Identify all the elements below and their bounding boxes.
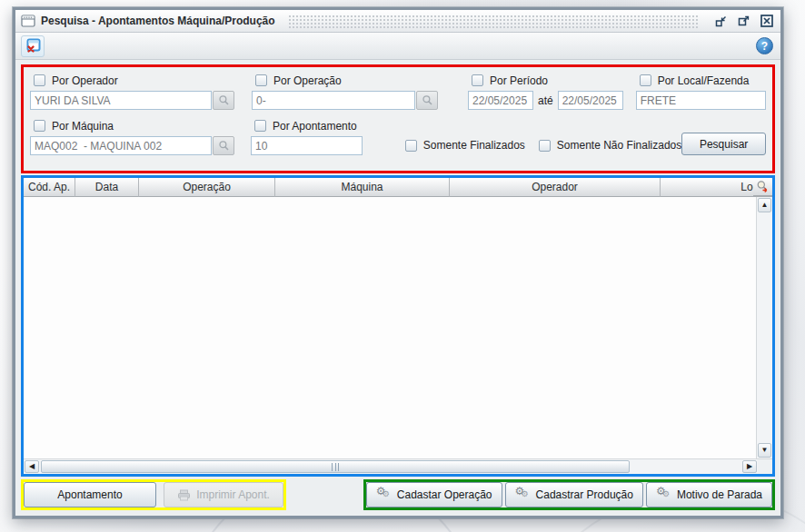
title-bar[interactable]: Pesquisa - Apontamentos Máquina/Produção <box>15 10 780 33</box>
close-window-button[interactable] <box>21 35 45 57</box>
app-window: Pesquisa - Apontamentos Máquina/Produção <box>13 7 783 518</box>
close-window-icon <box>25 37 42 54</box>
por-operacao-checkbox[interactable] <box>255 74 267 86</box>
help-button[interactable]: ? <box>756 37 773 54</box>
gears-icon: ⚙⚙ <box>515 488 531 502</box>
column-header-operacao[interactable]: Operação <box>139 178 275 197</box>
periodo-from-input[interactable] <box>468 91 533 110</box>
toolbar: ? <box>15 33 780 60</box>
por-local-checkbox[interactable] <box>640 74 651 86</box>
scroll-right-icon[interactable]: ▶ <box>742 460 757 473</box>
until-label: até <box>538 94 553 107</box>
results-table: Cód. Ap. Data Operação Máquina Operador … <box>21 175 775 477</box>
record-actions-group: Apontamento Imprimir Apont. <box>21 479 286 510</box>
titlebar-texture <box>288 15 699 28</box>
column-header-data[interactable]: Data <box>75 178 139 197</box>
pesquisar-button[interactable]: Pesquisar <box>681 133 766 155</box>
apontamento-input[interactable] <box>251 136 363 155</box>
imprimir-apontamento-button[interactable]: Imprimir Apont. <box>164 482 283 507</box>
periodo-to-input[interactable] <box>558 91 623 110</box>
por-maquina-checkbox[interactable] <box>34 120 45 132</box>
por-apontamento-label: Por Apontamento <box>273 120 357 133</box>
form-row-2: Por Máquina <box>30 118 766 155</box>
table-body: ▲ ▼ <box>24 197 772 458</box>
por-operacao-label: Por Operação <box>273 74 342 87</box>
scroll-up-icon[interactable]: ▲ <box>758 198 771 212</box>
por-periodo-label: Por Período <box>490 74 548 87</box>
operador-lookup-button[interactable] <box>213 91 234 110</box>
form-row-1: Por Operador <box>30 73 766 110</box>
cadastar-operacao-button[interactable]: ⚙⚙ Cadastar Operação <box>366 482 502 507</box>
local-input[interactable] <box>636 91 766 110</box>
gears-icon: ⚙⚙ <box>656 488 671 502</box>
window-content: Por Operador <box>15 60 780 516</box>
printer-icon <box>177 489 191 501</box>
somente-nao-finalizados-label: Somente Não Finalizados <box>557 139 681 152</box>
vertical-scroll-track[interactable] <box>757 213 772 442</box>
somente-nao-finalizados-checkbox[interactable] <box>539 140 551 152</box>
column-header-cod-ap[interactable]: Cód. Ap. <box>24 178 75 197</box>
horizontal-scrollbar[interactable]: ◀ ▶ <box>24 458 772 474</box>
column-search-button[interactable] <box>753 178 772 196</box>
cadastrar-producao-button[interactable]: ⚙⚙ Cadastrar Produção <box>505 482 643 507</box>
scrollbar-corner <box>758 459 772 474</box>
por-local-label: Por Local/Fazenda <box>658 74 750 87</box>
por-operador-label: Por Operador <box>52 74 118 87</box>
search-icon <box>218 94 230 106</box>
por-maquina-label: Por Máquina <box>52 120 114 133</box>
por-operador-checkbox[interactable] <box>34 74 45 86</box>
window-icon <box>21 15 35 27</box>
thumb-grip <box>332 463 339 471</box>
gears-icon: ⚙⚙ <box>376 488 392 502</box>
minimize-button[interactable] <box>713 14 729 28</box>
operacao-input[interactable] <box>252 91 415 110</box>
close-button[interactable] <box>759 14 774 28</box>
somente-finalizados-label: Somente Finalizados <box>423 139 525 152</box>
search-form: Por Operador <box>21 64 775 173</box>
vertical-scrollbar[interactable]: ▲ ▼ <box>756 197 772 458</box>
page-title: Pesquisa - Apontamentos Máquina/Produção <box>41 15 275 27</box>
register-actions-group: ⚙⚙ Cadastar Operação ⚙⚙ Cadastrar Produç… <box>363 479 775 510</box>
horizontal-scroll-thumb[interactable] <box>41 460 630 473</box>
column-header-operador[interactable]: Operador <box>450 178 661 197</box>
search-icon <box>422 94 433 106</box>
por-apontamento-checkbox[interactable] <box>254 120 266 132</box>
column-search-icon <box>756 180 770 193</box>
scroll-down-icon[interactable]: ▼ <box>758 443 771 458</box>
horizontal-scroll-track[interactable] <box>40 460 741 473</box>
maquina-lookup-button[interactable] <box>213 136 234 155</box>
scroll-left-icon[interactable]: ◀ <box>25 460 39 473</box>
somente-finalizados-checkbox[interactable] <box>405 140 417 152</box>
table-header: Cód. Ap. Data Operação Máquina Operador … <box>24 178 772 197</box>
motivo-de-parada-button[interactable]: ⚙⚙ Motivo de Parada <box>646 482 772 507</box>
maquina-input[interactable] <box>30 136 212 155</box>
operacao-lookup-button[interactable] <box>416 91 438 110</box>
operador-input[interactable] <box>30 91 212 110</box>
search-icon <box>218 140 230 152</box>
footer-buttons: Apontamento Imprimir Apont. ⚙⚙ Cadastar … <box>21 479 775 510</box>
column-header-maquina[interactable]: Máquina <box>275 178 450 197</box>
apontamento-button[interactable]: Apontamento <box>24 482 156 507</box>
maximize-button[interactable] <box>736 14 751 28</box>
table-rows-area[interactable] <box>24 197 756 458</box>
por-periodo-checkbox[interactable] <box>472 74 483 86</box>
